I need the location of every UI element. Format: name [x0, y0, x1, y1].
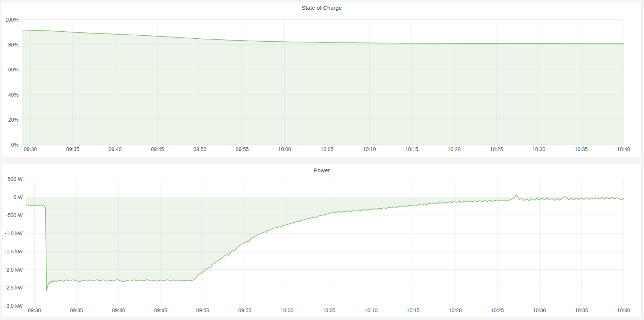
- y-axis-tick-label: 0 W: [13, 194, 23, 200]
- y-axis-tick-label: 80%: [8, 42, 19, 48]
- power-chart-canvas[interactable]: 500 W0 W-500 W-1.0 kW-1.5 kW-2.0 kW-2.5 …: [2, 164, 641, 317]
- x-axis-tick-label: 10:40: [617, 307, 630, 313]
- x-axis-tick-label: 10:20: [448, 146, 461, 152]
- x-axis-tick-label: 10:15: [407, 307, 420, 313]
- x-axis-tick-label: 09:40: [109, 146, 122, 152]
- y-axis-tick-label: 20%: [8, 117, 19, 123]
- x-axis-tick-label: 09:35: [66, 146, 79, 152]
- y-axis-tick-label: -3.0 kW: [5, 303, 23, 309]
- panel-title-power[interactable]: Power: [2, 167, 641, 173]
- x-axis-tick-label: 10:25: [490, 146, 503, 152]
- y-axis-tick-label: 0%: [11, 142, 19, 148]
- series-area-fill: [26, 195, 624, 291]
- y-axis-tick-label: -500 W: [6, 212, 23, 218]
- series-area-fill: [22, 31, 624, 145]
- state-of-charge-chart-canvas[interactable]: 100%80%60%40%20%0%09:3009:3509:4009:4509…: [2, 1, 641, 157]
- panel-power: 500 W0 W-500 W-1.0 kW-1.5 kW-2.0 kW-2.5 …: [2, 164, 642, 317]
- x-axis-tick-label: 10:00: [278, 146, 291, 152]
- x-axis-tick-label: 09:55: [236, 146, 249, 152]
- y-axis-tick-label: 40%: [8, 92, 19, 98]
- x-axis-tick-label: 09:40: [112, 307, 125, 313]
- dashboard: { "page": { "background_color": "#f4f5f5…: [0, 0, 644, 320]
- x-axis-tick-label: 09:50: [193, 146, 206, 152]
- x-axis-tick-label: 10:00: [281, 307, 294, 313]
- x-axis-tick-label: 09:35: [70, 307, 83, 313]
- x-axis-tick-label: 10:35: [575, 307, 588, 313]
- x-axis-tick-label: 09:30: [24, 146, 37, 152]
- panel-title-state-of-charge[interactable]: State of Charge: [2, 4, 641, 11]
- panel-state-of-charge: 100%80%60%40%20%0%09:3009:3509:4009:4509…: [2, 1, 642, 157]
- y-axis-tick-label: -2.0 kW: [5, 267, 23, 273]
- x-axis-tick-label: 10:20: [449, 307, 462, 313]
- x-axis-tick-label: 10:05: [320, 146, 333, 152]
- y-axis-tick-label: -1.5 kW: [5, 249, 23, 255]
- x-axis-tick-label: 10:25: [491, 307, 504, 313]
- x-axis-tick-label: 09:45: [154, 307, 167, 313]
- x-axis-tick-label: 10:30: [533, 307, 546, 313]
- x-axis-tick-label: 09:45: [151, 146, 164, 152]
- y-axis-tick-label: -2.5 kW: [5, 285, 23, 291]
- y-axis-tick-label: 500 W: [8, 176, 23, 182]
- x-axis-tick-label: 10:10: [363, 146, 376, 152]
- x-axis-tick-label: 10:15: [405, 146, 418, 152]
- x-axis-tick-label: 10:05: [323, 307, 336, 313]
- y-axis-tick-label: 60%: [8, 67, 19, 73]
- x-axis-tick-label: 09:50: [196, 307, 209, 313]
- x-axis-tick-label: 10:40: [617, 146, 630, 152]
- x-axis-tick-label: 10:30: [533, 146, 546, 152]
- x-axis-tick-label: 09:55: [238, 307, 251, 313]
- x-axis-tick-label: 10:10: [365, 307, 378, 313]
- x-axis-tick-label: 09:30: [28, 307, 41, 313]
- y-axis-tick-label: 100%: [5, 17, 19, 23]
- y-axis-tick-label: -1.0 kW: [5, 230, 23, 236]
- x-axis-tick-label: 10:35: [575, 146, 588, 152]
